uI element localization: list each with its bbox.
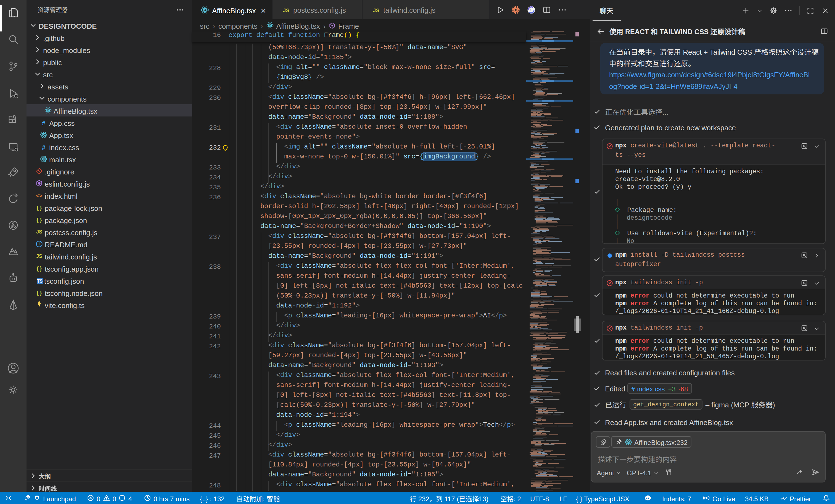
svg-text:i: i — [39, 241, 40, 246]
